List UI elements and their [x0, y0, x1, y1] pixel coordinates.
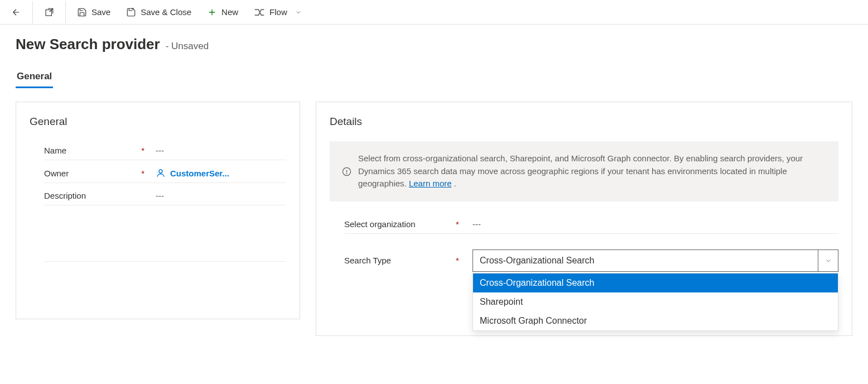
dropdown-option[interactable]: Microsoft Graph Connector — [473, 311, 838, 330]
select-org-label: Select organization — [344, 219, 456, 229]
name-value[interactable]: --- — [156, 146, 286, 155]
page-status: - Unsaved — [166, 41, 209, 52]
save-label: Save — [91, 7, 110, 17]
popout-icon — [44, 7, 54, 17]
search-type-dropdown: Cross-Organizational Search Sharepoint M… — [472, 273, 838, 331]
description-value[interactable]: --- — [156, 191, 286, 200]
general-panel-title: General — [30, 116, 286, 128]
chevron-down-icon — [818, 250, 838, 271]
name-label: Name * — [44, 146, 156, 155]
search-type-select-wrap: Cross-Organizational Search Cross-Organi… — [472, 249, 838, 272]
general-panel: General Name * --- Owner * — [16, 102, 300, 319]
save-close-button[interactable]: Save & Close — [119, 1, 198, 23]
chevron-down-icon — [295, 9, 302, 16]
description-label: Description — [44, 191, 156, 200]
person-icon — [156, 168, 166, 178]
details-panel-title: Details — [330, 116, 838, 128]
required-indicator: * — [456, 219, 472, 229]
tab-list: General — [16, 66, 852, 88]
details-panel: Details Select from cross-organizational… — [316, 102, 852, 336]
popout-button[interactable] — [37, 1, 61, 23]
form-panels: General Name * --- Owner * — [16, 102, 852, 336]
page-header: New Search provider - Unsaved — [16, 36, 852, 53]
tab-general-label: General — [17, 71, 52, 81]
owner-field[interactable]: Owner * CustomerSer... — [44, 164, 286, 183]
save-icon — [77, 7, 87, 17]
toolbar-separator — [32, 1, 33, 23]
required-indicator: * — [456, 256, 472, 265]
page-title: New Search provider — [16, 36, 160, 53]
info-banner: Select from cross-organizational search,… — [330, 141, 838, 201]
save-button[interactable]: Save — [70, 1, 117, 23]
divider — [44, 261, 286, 262]
name-field[interactable]: Name * --- — [44, 141, 286, 160]
learn-more-link[interactable]: Learn more — [409, 179, 452, 188]
save-close-icon — [126, 7, 136, 17]
flow-icon — [254, 7, 265, 17]
dropdown-option[interactable]: Cross-Organizational Search — [473, 273, 838, 292]
arrow-left-icon — [11, 7, 21, 17]
search-type-field: Search Type * Cross-Organizational Searc… — [344, 245, 838, 276]
plus-icon — [207, 7, 217, 17]
select-organization-field[interactable]: Select organization * --- — [344, 215, 838, 234]
save-close-label: Save & Close — [141, 7, 191, 17]
search-type-selected-value: Cross-Organizational Search — [480, 256, 594, 266]
search-type-select[interactable]: Cross-Organizational Search — [472, 249, 838, 272]
back-button[interactable] — [4, 1, 28, 23]
required-indicator: * — [141, 146, 144, 155]
tab-general[interactable]: General — [16, 66, 53, 88]
info-text: Select from cross-organizational search,… — [358, 152, 826, 190]
search-type-label: Search Type — [344, 256, 456, 265]
dropdown-option[interactable]: Sharepoint — [473, 292, 838, 311]
select-org-value[interactable]: --- — [472, 219, 838, 229]
owner-value[interactable]: CustomerSer... — [156, 168, 286, 178]
command-bar: Save Save & Close New Flow — [0, 0, 868, 25]
required-indicator: * — [141, 169, 144, 178]
new-button[interactable]: New — [200, 1, 245, 23]
owner-label: Owner * — [44, 169, 156, 178]
flow-button[interactable]: Flow — [247, 1, 308, 23]
svg-point-4 — [346, 174, 347, 174]
svg-point-1 — [159, 170, 162, 173]
description-field[interactable]: Description --- — [44, 186, 286, 205]
new-label: New — [221, 7, 238, 17]
page-content: New Search provider - Unsaved General Ge… — [0, 25, 868, 347]
toolbar-separator — [65, 1, 66, 23]
info-icon — [342, 153, 351, 190]
flow-label: Flow — [269, 7, 287, 17]
